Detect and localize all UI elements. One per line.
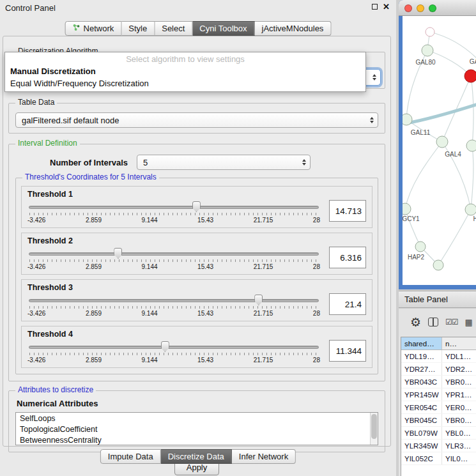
list-scrollbar[interactable] [370, 413, 378, 445]
table-cell[interactable]: YLR345W [401, 440, 442, 452]
table-cell[interactable]: YDR2… [442, 363, 476, 375]
threshold-slider[interactable]: -3.4262.8599.14415.4321.71528 [27, 247, 320, 273]
threshold-slider[interactable]: -3.4262.8599.14415.4321.71528 [27, 294, 320, 319]
column-header[interactable]: n… [442, 337, 476, 349]
table-row[interactable]: YBR043CYBR0… [401, 376, 476, 388]
discretization-zone: Discretization Algorithm Select algorith… [8, 47, 385, 95]
slider-thumb[interactable] [114, 248, 122, 259]
table-row[interactable]: YDR27…YDR2… [401, 363, 476, 376]
table-cell[interactable]: YER0… [442, 401, 476, 413]
network-edge[interactable] [438, 210, 471, 265]
list-item[interactable]: BetweennessCentrality [16, 434, 378, 445]
table-cell[interactable]: YBL079W [401, 427, 442, 439]
network-node[interactable] [465, 204, 476, 215]
threshold-slider[interactable]: -3.4262.8599.14415.4321.71528 [27, 341, 320, 366]
threshold-value-field[interactable]: 6.316 [329, 247, 366, 268]
tick-label: -3.426 [27, 310, 45, 317]
slider-tick-labels: -3.4262.8599.14415.4321.71528 [27, 263, 320, 270]
slider-ticks [29, 259, 318, 262]
threshold-slider[interactable]: -3.4262.8599.14415.4321.71528 [27, 201, 320, 226]
table-cell[interactable]: YBR0… [442, 414, 476, 426]
list-item[interactable]: TopologicalCoefficient [16, 424, 378, 434]
table-cell[interactable]: YBR045C [401, 414, 442, 426]
columns-icon[interactable] [428, 318, 438, 326]
table-cell[interactable]: YBR0… [442, 376, 476, 388]
network-node[interactable] [403, 203, 411, 215]
table-row[interactable]: YDL19…YDL1… [401, 350, 476, 363]
tab-infer-network[interactable]: Infer Network [232, 449, 296, 464]
table-cell[interactable]: YIL0… [442, 452, 476, 464]
network-edge[interactable] [405, 142, 442, 209]
table-cell[interactable]: YPR145W [401, 388, 442, 401]
algorithm-option[interactable]: Equal Width/Frequency Discretization [5, 77, 365, 89]
network-window-titlebar[interactable] [399, 0, 476, 16]
network-edge[interactable] [405, 209, 420, 247]
close-icon[interactable]: ✕ [383, 3, 390, 10]
table-cell[interactable]: YER054C [401, 401, 442, 413]
table-panel-header[interactable]: Table Panel [399, 291, 476, 308]
gear-icon[interactable]: ⚙ [410, 316, 421, 328]
tab-style[interactable]: Style [121, 21, 155, 36]
network-edge[interactable] [430, 32, 476, 59]
slider-thumb[interactable] [254, 295, 263, 305]
table-row[interactable]: YPR145WYPR1… [401, 388, 476, 401]
table-cell[interactable]: YDL19… [401, 350, 442, 362]
table-grid-icon[interactable]: ▦ [465, 318, 473, 327]
network-canvas[interactable]: GAL80GAGAL11GAL4GCY1HHAP2 [403, 16, 476, 285]
threshold-value-field[interactable]: 11.344 [329, 340, 366, 362]
zoom-light[interactable] [429, 4, 436, 12]
slider-track[interactable] [29, 346, 319, 349]
table-row[interactable]: YER054CYER0… [401, 401, 476, 414]
table-cell[interactable]: YDR27… [401, 363, 442, 375]
network-node[interactable] [426, 27, 434, 36]
table-cell[interactable]: YLR3… [442, 440, 476, 452]
table-cell[interactable]: YIL052C [401, 452, 442, 464]
network-node[interactable] [415, 242, 426, 252]
table-cell[interactable]: YBR043C [401, 376, 442, 388]
network-edge[interactable] [471, 76, 473, 146]
table-cell[interactable]: YDL1… [442, 350, 476, 362]
slider-track[interactable] [29, 299, 319, 302]
slider-track[interactable] [29, 252, 319, 256]
network-edge[interactable] [406, 104, 476, 123]
tab-network[interactable]: Network [65, 21, 122, 36]
table-cell[interactable]: YPR1… [442, 388, 476, 401]
minimize-light[interactable] [417, 4, 424, 12]
network-node[interactable] [464, 70, 476, 82]
network-node[interactable] [466, 140, 476, 151]
float-window-icon[interactable] [372, 4, 378, 10]
network-svg[interactable]: GAL80GAGAL11GAL4GCY1HHAP2 [403, 16, 476, 285]
tab-discretize-data[interactable]: Discretize Data [161, 449, 232, 464]
threshold-value-field[interactable]: 14.713 [329, 200, 366, 222]
threshold-value-field[interactable]: 21.4 [329, 293, 366, 315]
slider-thumb[interactable] [161, 341, 169, 352]
tab-cyni-toolbox[interactable]: Cyni Toolbox [192, 21, 254, 36]
table-row[interactable]: YBR045CYBR0… [401, 414, 476, 427]
network-node[interactable] [436, 136, 448, 148]
list-item[interactable]: SelfLoops [16, 413, 378, 424]
table-row[interactable]: YIL052CYIL0… [401, 452, 476, 465]
network-node[interactable] [403, 114, 412, 125]
slider-track[interactable] [29, 206, 319, 209]
select-columns-icon[interactable]: ☑☑ [445, 318, 458, 326]
network-edge[interactable] [471, 146, 473, 210]
slider-thumb[interactable] [192, 201, 201, 212]
network-node[interactable] [422, 45, 433, 56]
tab-impute-data[interactable]: Impute Data [100, 449, 161, 464]
table-row[interactable]: YLR345WYLR3… [401, 440, 476, 452]
table-cell[interactable]: YBL0… [442, 427, 476, 439]
threshold-label: Threshold 1 [27, 190, 366, 199]
number-of-intervals-spinner[interactable]: 5 [137, 155, 311, 170]
scrollbar-thumb[interactable] [371, 414, 377, 439]
network-node[interactable] [433, 260, 443, 270]
column-header[interactable]: shared… [401, 337, 442, 349]
table-data-combobox[interactable]: galFiltered.sif default node [15, 112, 378, 128]
algorithm-option[interactable]: Manual Discretization [5, 65, 365, 77]
table-row[interactable]: YBL079WYBL0… [401, 427, 476, 440]
attribute-list: SelfLoopsTopologicalCoefficientBetweenne… [16, 413, 378, 445]
close-light[interactable] [404, 4, 412, 12]
tab-select[interactable]: Select [155, 21, 192, 36]
tab-jactivemnodules[interactable]: jActiveMNodules [255, 21, 332, 36]
table-panel: ⚙ ☑☑ ▦ shared…n… YDL19…YDL1…YDR27…YDR2…Y… [399, 309, 476, 476]
attribute-listbox[interactable]: SelfLoopsTopologicalCoefficientBetweenne… [15, 412, 378, 445]
